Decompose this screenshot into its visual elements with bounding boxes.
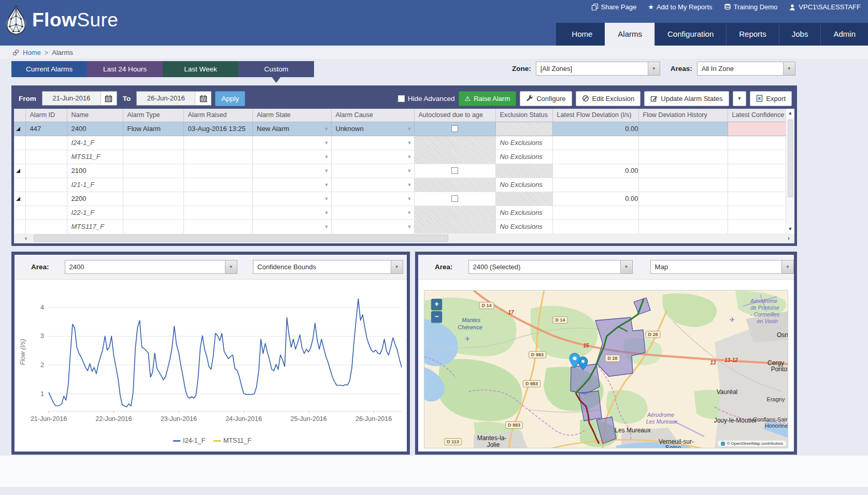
apply-button[interactable]: Apply — [215, 91, 245, 106]
column-header[interactable]: Alarm Raised — [183, 109, 252, 122]
nav-tab-alarms[interactable]: Alarms — [605, 23, 654, 46]
chevron-down-icon[interactable]: ▼ — [783, 62, 795, 75]
calendar-icon[interactable] — [101, 92, 117, 105]
legend-item[interactable]: MTS11_F — [214, 437, 251, 444]
column-header[interactable]: Latest Confidence — [728, 109, 789, 122]
cell-dropdown-icon[interactable]: ▼ — [407, 182, 412, 187]
cell-dropdown-icon[interactable]: ▼ — [324, 210, 329, 215]
checkbox-icon[interactable] — [398, 95, 405, 102]
row-expander-icon[interactable] — [16, 169, 20, 173]
horizontal-scrollbar[interactable]: ‹ › — [14, 234, 794, 243]
cell-dropdown-icon[interactable]: ▼ — [324, 154, 329, 159]
cell-dropdown-icon[interactable]: ▼ — [324, 182, 329, 187]
cell-dropdown-icon[interactable]: ▼ — [407, 210, 412, 215]
table-row[interactable]: 2200▼▼0.00 — [14, 192, 789, 206]
column-header[interactable]: Autoclosed due to age — [414, 109, 495, 122]
add-to-reports-button[interactable]: ★ Add to My Reports — [648, 3, 712, 11]
link-icon — [12, 49, 19, 56]
nav-tab-admin[interactable]: Admin — [820, 23, 868, 46]
column-header[interactable]: Alarm ID — [25, 109, 67, 122]
cell-dropdown-icon[interactable]: ▼ — [324, 126, 329, 132]
user-menu[interactable]: VPC1\SALESSTAFF — [789, 3, 861, 11]
column-header[interactable]: Alarm Cause — [331, 109, 414, 122]
cell-dropdown-icon[interactable]: ▼ — [407, 196, 412, 201]
table-row[interactable]: MTS11_F▼▼No Exclusions — [14, 150, 789, 164]
scrollbar-thumb[interactable] — [788, 120, 793, 197]
table-row[interactable]: MTS117_F▼▼No Exclusions — [14, 220, 789, 234]
cell-dropdown-icon[interactable]: ▼ — [324, 224, 329, 229]
nav-tab-home[interactable]: Home — [559, 23, 605, 46]
scrollbar-thumb[interactable] — [34, 235, 448, 242]
row-expander-icon[interactable] — [16, 197, 20, 201]
map-view-select[interactable]: Map ▼ — [650, 260, 794, 274]
table-row[interactable]: I22-1_F▼▼No Exclusions — [14, 206, 789, 220]
column-header[interactable]: Name — [67, 109, 123, 122]
scroll-up-icon[interactable]: ▲ — [786, 109, 795, 118]
cell-dropdown-icon[interactable]: ▼ — [407, 126, 412, 132]
map-area-select[interactable]: 2400 (Selected) ▼ — [468, 260, 633, 274]
nav-tab-reports[interactable]: Reports — [726, 23, 779, 46]
chevron-down-icon[interactable]: ▼ — [648, 62, 660, 75]
zoom-in-button[interactable]: + — [431, 299, 442, 310]
alarms-table[interactable]: Alarm IDNameAlarm TypeAlarm RaisedAlarm … — [14, 109, 794, 234]
chart-view-select[interactable]: Confidence Bounds ▼ — [253, 260, 403, 274]
chevron-down-icon[interactable]: ▼ — [620, 260, 632, 273]
filter-tab-last-week[interactable]: Last Week — [163, 61, 238, 77]
column-header[interactable]: Exclusion Status — [495, 109, 552, 122]
filter-tab-current-alarms[interactable]: Current Alarms — [11, 61, 87, 77]
chevron-down-icon[interactable]: ▼ — [781, 260, 793, 273]
cell-dropdown-icon[interactable]: ▼ — [324, 168, 329, 173]
map-panel: Area: 2400 (Selected) ▼ Map ▼ — [415, 252, 797, 455]
column-header[interactable]: Latest Flow Deviation (l/s) — [552, 109, 638, 122]
table-row[interactable]: 2100▼▼0.00 — [14, 164, 789, 178]
update-alarm-states-button[interactable]: Update Alarm States — [644, 91, 729, 106]
column-header[interactable]: Alarm Type — [123, 109, 183, 122]
chart-area-select[interactable]: 2400 ▼ — [65, 260, 237, 274]
autoclosed-checkbox[interactable] — [451, 167, 458, 174]
table-row[interactable]: I24-1_F▼▼No Exclusions — [14, 136, 789, 150]
environment-menu[interactable]: Training Demo — [724, 3, 778, 11]
to-date-field[interactable]: 26-Jun-2016 — [136, 91, 211, 106]
share-page-button[interactable]: Share Page — [591, 3, 637, 11]
table-row[interactable]: I21-1_F▼▼No Exclusions — [14, 178, 789, 192]
zoom-out-button[interactable]: − — [431, 311, 442, 323]
filter-tab-last-24-hours[interactable]: Last 24 Hours — [87, 61, 163, 77]
configure-button[interactable]: Configure — [520, 91, 572, 106]
map-canvas[interactable]: MantesChérence✈Aérodromede Pontoise- Cor… — [424, 290, 788, 448]
edit-exclusion-button[interactable]: Edit Exclusion — [576, 91, 641, 106]
zone-select[interactable]: [All Zones] ▼ — [536, 62, 660, 76]
vertical-scrollbar[interactable]: ▲ ▼ — [786, 109, 794, 234]
chevron-down-icon[interactable]: ▼ — [391, 260, 403, 273]
cell-dropdown-icon[interactable]: ▼ — [407, 224, 412, 229]
export-button[interactable]: Export — [750, 91, 792, 106]
cell-dropdown-icon[interactable]: ▼ — [407, 154, 412, 159]
from-date-field[interactable]: 21-Jun-2016 — [42, 91, 117, 106]
legend-item[interactable]: I24-1_F — [173, 437, 205, 444]
cell-dropdown-icon[interactable]: ▼ — [407, 168, 412, 173]
update-states-dropdown-button[interactable]: ▼ — [733, 91, 747, 106]
chart-area-value: 2400 — [65, 260, 225, 273]
column-header[interactable]: Flow Deviation History — [638, 109, 728, 122]
cell-dropdown-icon[interactable]: ▼ — [324, 140, 329, 145]
filter-tab-custom[interactable]: Custom — [238, 61, 314, 77]
areas-select[interactable]: All In Zone ▼ — [697, 62, 795, 76]
svg-text:2: 2 — [40, 361, 44, 369]
cell-dropdown-icon[interactable]: ▼ — [324, 196, 329, 201]
hide-advanced-checkbox[interactable]: Hide Advanced — [398, 95, 455, 103]
row-expander-icon[interactable] — [16, 127, 20, 131]
cell-dropdown-icon[interactable]: ▼ — [407, 140, 412, 145]
scroll-down-icon[interactable]: ▼ — [786, 225, 795, 234]
nav-tab-jobs[interactable]: Jobs — [779, 23, 821, 46]
chevron-down-icon[interactable]: ▼ — [225, 260, 237, 273]
raise-alarm-button[interactable]: ⚠ Raise Alarm — [459, 91, 517, 106]
scroll-left-icon[interactable]: ‹ — [21, 234, 31, 243]
scroll-right-icon[interactable]: › — [784, 234, 793, 243]
breadcrumb-home-link[interactable]: Home — [23, 49, 41, 56]
autoclosed-checkbox[interactable] — [451, 125, 458, 132]
table-row[interactable]: 4472400Flow Alarm03-Aug-2016 13:25New Al… — [14, 122, 789, 136]
calendar-icon[interactable] — [195, 92, 211, 105]
column-header[interactable]: Alarm State — [252, 109, 331, 122]
from-date-value: 21-Jun-2016 — [42, 92, 101, 105]
nav-tab-configuration[interactable]: Configuration — [654, 23, 726, 46]
autoclosed-checkbox[interactable] — [451, 195, 458, 202]
